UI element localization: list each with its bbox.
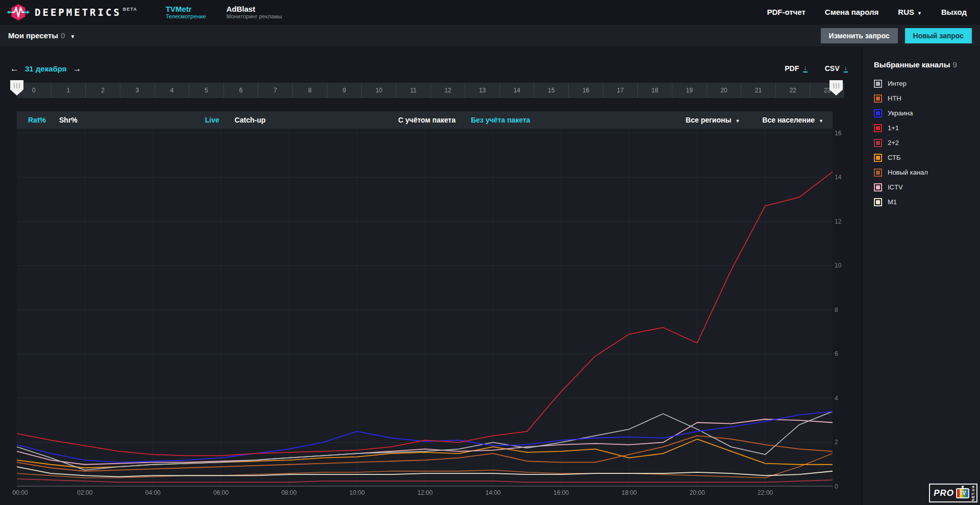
next-day-button[interactable]: → xyxy=(73,64,82,73)
checkbox-fill xyxy=(876,82,880,86)
live-toggle[interactable]: Live xyxy=(205,116,219,124)
regions-dropdown[interactable]: Все регионы▼ xyxy=(686,116,740,124)
brand-logo[interactable]: DEEPMETRICSBETA xyxy=(0,2,137,22)
hour-cell-12[interactable]: 12 xyxy=(431,83,465,98)
channel-name: СТБ xyxy=(888,154,900,161)
channel-checkbox[interactable] xyxy=(874,80,882,88)
channel-name: Украина xyxy=(888,109,913,117)
without-package-toggle[interactable]: Без учёта пакета xyxy=(471,116,530,124)
csv-export-button[interactable]: CSV ↓ xyxy=(825,64,848,73)
hour-cell-11[interactable]: 11 xyxy=(396,83,431,98)
hour-cell-21[interactable]: 21 xyxy=(741,83,775,98)
y-tick-label: 12 xyxy=(835,218,841,225)
hour-cell-22[interactable]: 22 xyxy=(775,83,810,98)
chart-panel: ← 31 декабря → PDF ↓ CSV ↓ 0123456789101… xyxy=(0,47,862,505)
with-package-toggle[interactable]: С учётом пакета xyxy=(398,116,456,124)
y-tick-label: 0 xyxy=(835,483,838,490)
hour-cell-4[interactable]: 4 xyxy=(155,83,189,98)
y-tick-label: 10 xyxy=(835,262,841,269)
channel-checkbox[interactable] xyxy=(874,94,882,103)
channels-title: Выбранные каналы9 xyxy=(863,47,980,69)
beta-badge: BETA xyxy=(123,7,137,12)
catchup-toggle[interactable]: Catch-up xyxy=(235,116,266,124)
channel-item[interactable]: Интер xyxy=(863,76,980,91)
date-navigation: ← 31 декабря → PDF ↓ CSV ↓ xyxy=(10,62,848,75)
channel-item[interactable]: ICTV xyxy=(863,180,980,195)
nav-adblast[interactable]: AdBlast Мониторинг рекламы xyxy=(227,5,282,20)
x-tick-label: 06:00 xyxy=(213,489,229,496)
channel-item[interactable]: 2+2 xyxy=(863,135,980,150)
hour-cell-9[interactable]: 9 xyxy=(327,83,362,98)
x-tick-label: 02:00 xyxy=(77,489,92,496)
hour-cell-5[interactable]: 5 xyxy=(189,83,223,98)
channel-item[interactable]: Новый канал xyxy=(863,165,980,180)
hour-range-slider: 01234567891011121314151617181920212223 xyxy=(17,83,844,98)
brand-name: DEEPMETRICSBETA xyxy=(35,7,137,18)
grip-lines-icon xyxy=(833,83,840,88)
change-password-link[interactable]: Смена пароля xyxy=(825,8,878,16)
series-line-1+1 xyxy=(17,172,833,455)
x-tick-label: 10:00 xyxy=(349,489,365,496)
channel-checkbox[interactable] xyxy=(874,109,882,117)
y-tick-label: 6 xyxy=(835,350,838,357)
hour-cell-2[interactable]: 2 xyxy=(85,83,120,98)
top-nav: TVMetr Телесмотрение AdBlast Мониторинг … xyxy=(166,5,282,20)
chart-controls-bar: Rat% Shr% Live Catch-up С учётом пакета … xyxy=(17,111,833,129)
channels-count: 9 xyxy=(952,60,957,69)
channel-item[interactable]: НТН xyxy=(863,91,980,106)
selected-date[interactable]: 31 декабря xyxy=(25,64,67,73)
channel-list: ИнтерНТНУкраина1+12+2СТБНовый каналICTVМ… xyxy=(863,76,980,209)
hour-cell-17[interactable]: 17 xyxy=(603,83,638,98)
hour-cell-6[interactable]: 6 xyxy=(223,83,258,98)
channel-checkbox[interactable] xyxy=(874,169,882,177)
hour-scale: 01234567891011121314151617181920212223 xyxy=(17,83,844,98)
hour-cell-14[interactable]: 14 xyxy=(499,83,534,98)
pdf-report-link[interactable]: PDF-отчет xyxy=(767,8,805,16)
series-line-М1 xyxy=(17,467,833,477)
hour-cell-19[interactable]: 19 xyxy=(672,83,707,98)
channel-checkbox[interactable] xyxy=(874,183,882,191)
checkbox-fill xyxy=(876,97,880,101)
channel-name: 1+1 xyxy=(888,124,899,132)
pdf-export-button[interactable]: PDF ↓ xyxy=(785,64,808,73)
channel-checkbox[interactable] xyxy=(874,124,882,132)
population-dropdown[interactable]: Все население▼ xyxy=(762,116,823,124)
metric-shr-toggle[interactable]: Shr% xyxy=(59,116,78,124)
hour-cell-1[interactable]: 1 xyxy=(51,83,86,98)
edit-query-button[interactable]: Изменить запрос xyxy=(821,28,898,43)
channel-item[interactable]: М1 xyxy=(863,195,980,209)
hour-cell-10[interactable]: 10 xyxy=(361,83,396,98)
metric-rat-toggle[interactable]: Rat% xyxy=(28,116,46,124)
channel-item[interactable]: 1+1 xyxy=(863,121,980,135)
channel-checkbox[interactable] xyxy=(874,198,882,206)
hour-cell-3[interactable]: 3 xyxy=(120,83,155,98)
new-query-button[interactable]: Новый запрос xyxy=(905,28,972,43)
my-presets-dropdown[interactable]: Мои пресеты0 ▼ xyxy=(8,31,75,40)
x-tick-label: 08:00 xyxy=(281,489,296,496)
download-icon: ↓ xyxy=(844,64,848,73)
hour-cell-7[interactable]: 7 xyxy=(258,83,292,98)
prev-day-button[interactable]: ← xyxy=(10,64,19,73)
app-header: DEEPMETRICSBETA TVMetr Телесмотрение AdB… xyxy=(0,0,980,25)
checkbox-fill xyxy=(876,200,880,204)
checkbox-fill xyxy=(876,156,880,160)
hour-cell-16[interactable]: 16 xyxy=(568,83,603,98)
channel-item[interactable]: СТБ xyxy=(863,150,980,165)
ratings-line-chart[interactable] xyxy=(17,129,833,487)
y-tick-label: 8 xyxy=(835,306,838,314)
protv-logo: PRO TV NET.UA xyxy=(929,484,977,502)
checkbox-fill xyxy=(876,141,880,145)
nav-tvmetr[interactable]: TVMetr Телесмотрение xyxy=(166,5,206,20)
channel-item[interactable]: Украина xyxy=(863,106,980,121)
hour-cell-13[interactable]: 13 xyxy=(465,83,499,98)
y-axis-labels: 0246810121416 xyxy=(834,129,848,487)
hour-cell-8[interactable]: 8 xyxy=(292,83,327,98)
channel-checkbox[interactable] xyxy=(874,154,882,162)
hour-cell-20[interactable]: 20 xyxy=(707,83,741,98)
hour-cell-15[interactable]: 15 xyxy=(534,83,568,98)
hour-cell-18[interactable]: 18 xyxy=(637,83,672,98)
channel-checkbox[interactable] xyxy=(874,139,882,147)
logout-link[interactable]: Выход xyxy=(941,8,967,16)
toolbar: Мои пресеты0 ▼ Изменить запрос Новый зап… xyxy=(0,25,980,47)
language-selector[interactable]: RUS▼ xyxy=(898,8,922,16)
